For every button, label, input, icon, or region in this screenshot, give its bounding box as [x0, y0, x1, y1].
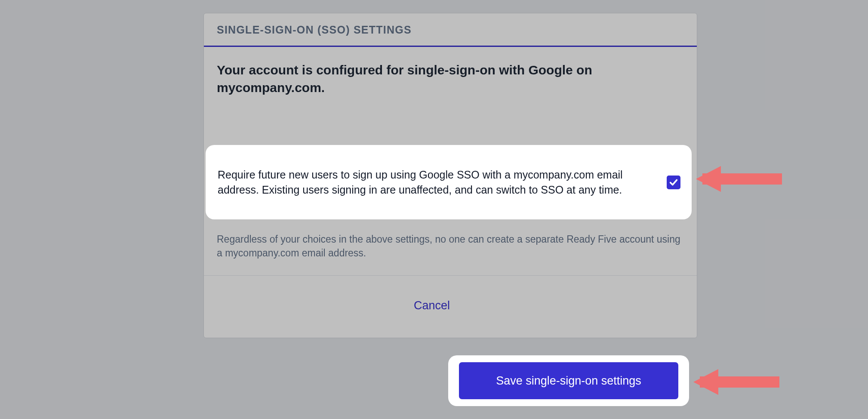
option-require-sso-checkbox[interactable]: [667, 176, 680, 189]
save-button[interactable]: Save single-sign-on settings: [459, 362, 678, 399]
check-icon: [669, 178, 678, 187]
option-require-sso-row: Require future new users to sign up usin…: [206, 145, 692, 219]
option-require-sso-label: Require future new users to sign up usin…: [218, 167, 649, 197]
save-button-highlight: Save single-sign-on settings: [448, 355, 689, 406]
panel-header: SINGLE-SIGN-ON (SSO) SETTINGS: [204, 13, 697, 47]
sso-note-text: Regardless of your choices in the above …: [217, 219, 684, 275]
arrow-to-save-annotation: [693, 364, 788, 401]
arrow-to-checkbox-annotation: [696, 160, 791, 197]
sso-intro-text: Your account is configured for single-si…: [217, 62, 684, 96]
cancel-button[interactable]: Cancel: [412, 295, 452, 317]
panel-footer: Cancel: [204, 275, 697, 338]
panel-title: SINGLE-SIGN-ON (SSO) SETTINGS: [217, 24, 684, 36]
